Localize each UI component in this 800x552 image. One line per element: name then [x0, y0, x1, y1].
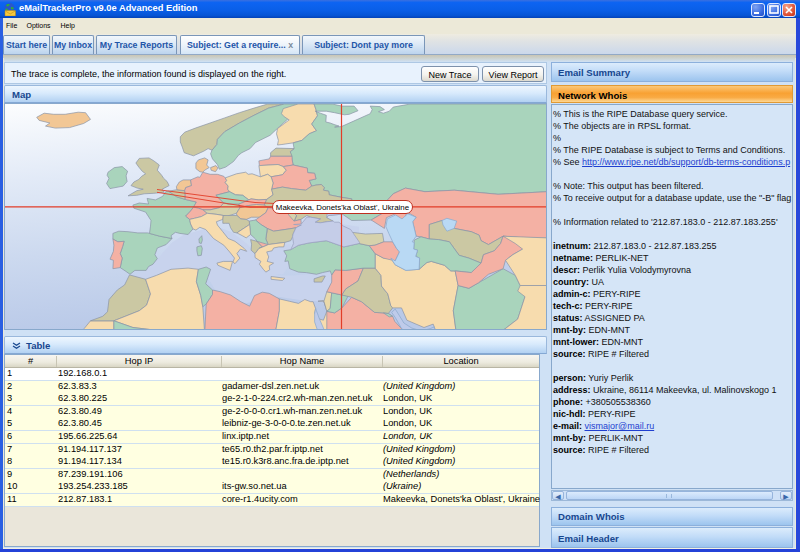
svg-text:Makeevka, Donets'ka Oblast', U: Makeevka, Donets'ka Oblast', Ukraine: [276, 203, 410, 212]
